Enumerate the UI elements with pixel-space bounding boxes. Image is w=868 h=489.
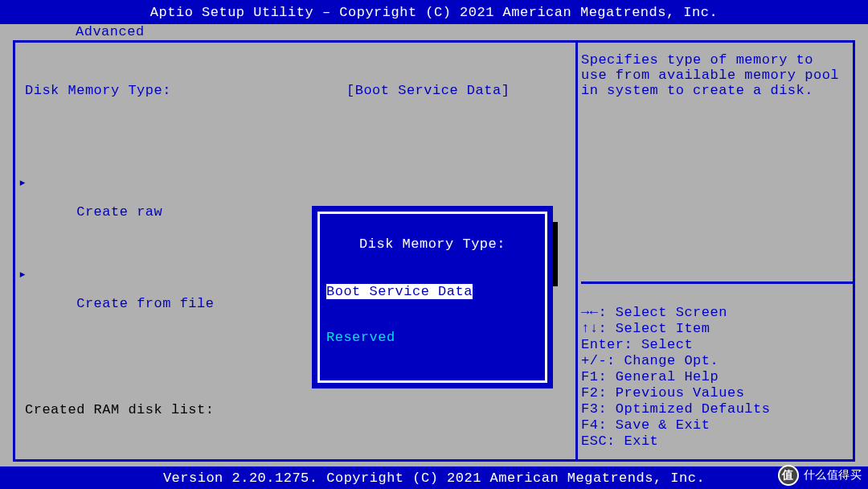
setting-value: [Boot Service Data] (346, 83, 510, 98)
menu-label: Create from file (76, 296, 214, 311)
popup-option-boot-service-data[interactable]: Boot Service Data (326, 284, 473, 299)
footer-bar: Version 2.20.1275. Copyright (C) 2021 Am… (0, 466, 868, 489)
header-title: Aptio Setup Utility – Copyright (C) 2021… (150, 5, 718, 20)
header-bar: Aptio Setup Utility – Copyright (C) 2021… (0, 0, 868, 24)
submenu-arrow-icon: ▸ (18, 174, 27, 191)
watermark-badge-icon: 值 (778, 465, 799, 486)
legend-esc: ESC: Exit (581, 434, 658, 449)
setting-label: Disk Memory Type: (25, 83, 346, 98)
menu-label: Create raw (76, 204, 162, 220)
ram-disk-list-label: Created RAM disk list: (25, 402, 563, 417)
right-divider (581, 281, 853, 284)
tab-advanced[interactable]: Advanced (69, 24, 151, 39)
setting-disk-memory-type[interactable]: Disk Memory Type: [Boot Service Data] (25, 83, 563, 98)
legend-select-item: ↑↓: Select Item (581, 321, 710, 336)
tab-row: Advanced (69, 24, 151, 39)
popup-disk-memory-type: Disk Memory Type: Boot Service Data Rese… (312, 206, 553, 388)
popup-title: Disk Memory Type: (326, 236, 538, 252)
submenu-arrow-icon: ▸ (18, 265, 27, 282)
popup-option-reserved[interactable]: Reserved (326, 330, 538, 345)
legend-enter: Enter: Select (581, 337, 693, 352)
legend-select-screen: →←: Select Screen (581, 305, 727, 320)
legend-f2: F2: Previous Values (581, 385, 744, 401)
watermark: 值 什么值得买 (778, 465, 862, 486)
legend-f3: F3: Optimized Defaults (581, 401, 770, 417)
legend-change-opt: +/-: Change Opt. (581, 353, 719, 368)
legend-f1: F1: General Help (581, 369, 719, 384)
footer-text: Version 2.20.1275. Copyright (C) 2021 Am… (163, 471, 705, 486)
help-text: Specifies type of memory to use from ava… (581, 52, 846, 98)
watermark-text: 什么值得买 (804, 468, 862, 483)
legend-f4: F4: Save & Exit (581, 417, 710, 433)
key-legend: →←: Select Screen ↑↓: Select Item Enter:… (581, 289, 846, 466)
vertical-divider (575, 40, 578, 462)
